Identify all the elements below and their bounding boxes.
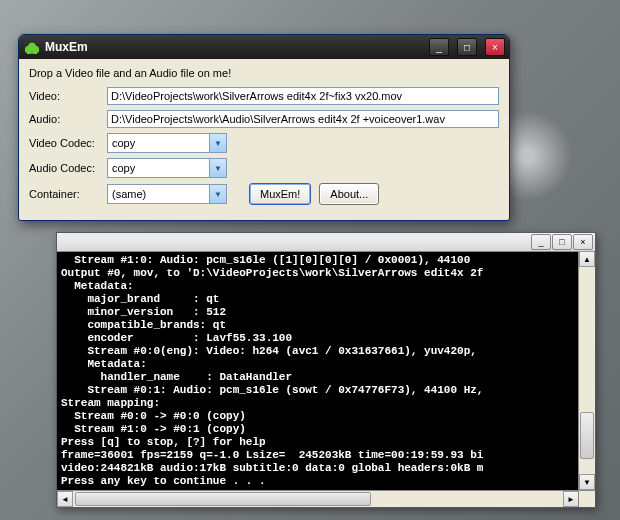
chevron-right-icon: ► (567, 495, 575, 504)
audio-codec-label: Audio Codec: (29, 162, 101, 174)
video-codec-label: Video Codec: (29, 137, 101, 149)
console-resize-grip[interactable] (578, 490, 595, 507)
console-vertical-scrollbar[interactable]: ▲ ▼ (578, 251, 595, 490)
scroll-right-button[interactable]: ► (563, 491, 579, 507)
console-close-button[interactable]: × (573, 234, 593, 250)
chevron-left-icon: ◄ (61, 495, 69, 504)
chevron-up-icon: ▲ (583, 255, 591, 264)
chevron-down-icon: ▼ (209, 159, 226, 177)
audio-codec-select[interactable]: copy ▼ (107, 158, 227, 178)
instruction-text: Drop a Video file and an Audio file on m… (29, 67, 499, 79)
console-titlebar[interactable]: _ □ × (57, 233, 595, 252)
muxem-titlebar[interactable]: MuxEm _ □ × (19, 35, 509, 59)
console-maximize-button[interactable]: □ (552, 234, 572, 250)
minimize-icon: _ (436, 42, 442, 53)
audio-codec-value: copy (108, 162, 209, 174)
muxem-body: Drop a Video file and an Audio file on m… (19, 59, 509, 220)
console-window: _ □ × Stream #1:0: Audio: pcm_s16le ([1]… (56, 232, 596, 508)
maximize-button[interactable]: □ (457, 38, 477, 56)
maximize-icon: □ (559, 238, 564, 247)
video-label: Video: (29, 90, 101, 102)
audio-label: Audio: (29, 113, 101, 125)
scroll-left-button[interactable]: ◄ (57, 491, 73, 507)
close-icon: × (580, 238, 585, 247)
minimize-icon: _ (538, 238, 543, 247)
about-button[interactable]: About... (319, 183, 379, 205)
maximize-icon: □ (464, 42, 470, 53)
scroll-track-vertical[interactable] (579, 267, 595, 474)
console-minimize-button[interactable]: _ (531, 234, 551, 250)
container-value: (same) (108, 188, 209, 200)
chevron-down-icon: ▼ (209, 185, 226, 203)
video-codec-value: copy (108, 137, 209, 149)
audio-path-input[interactable] (107, 110, 499, 128)
scroll-thumb-horizontal[interactable] (75, 492, 371, 506)
chevron-down-icon: ▼ (583, 478, 591, 487)
scroll-thumb-vertical[interactable] (580, 412, 594, 460)
scroll-down-button[interactable]: ▼ (579, 474, 595, 490)
container-select[interactable]: (same) ▼ (107, 184, 227, 204)
chevron-down-icon: ▼ (209, 134, 226, 152)
console-output: Stream #1:0: Audio: pcm_s16le ([1][0][0]… (57, 252, 595, 507)
window-title: MuxEm (45, 40, 88, 54)
muxem-window: MuxEm _ □ × Drop a Video file and an Aud… (18, 34, 510, 221)
scroll-up-button[interactable]: ▲ (579, 251, 595, 267)
scroll-track-horizontal[interactable] (73, 491, 563, 507)
minimize-button[interactable]: _ (429, 38, 449, 56)
container-label: Container: (29, 188, 101, 200)
app-icon (25, 40, 39, 54)
console-horizontal-scrollbar[interactable]: ◄ ► (57, 490, 579, 507)
video-path-input[interactable] (107, 87, 499, 105)
video-codec-select[interactable]: copy ▼ (107, 133, 227, 153)
close-button[interactable]: × (485, 38, 505, 56)
close-icon: × (492, 42, 498, 53)
muxem-button[interactable]: MuxEm! (249, 183, 311, 205)
